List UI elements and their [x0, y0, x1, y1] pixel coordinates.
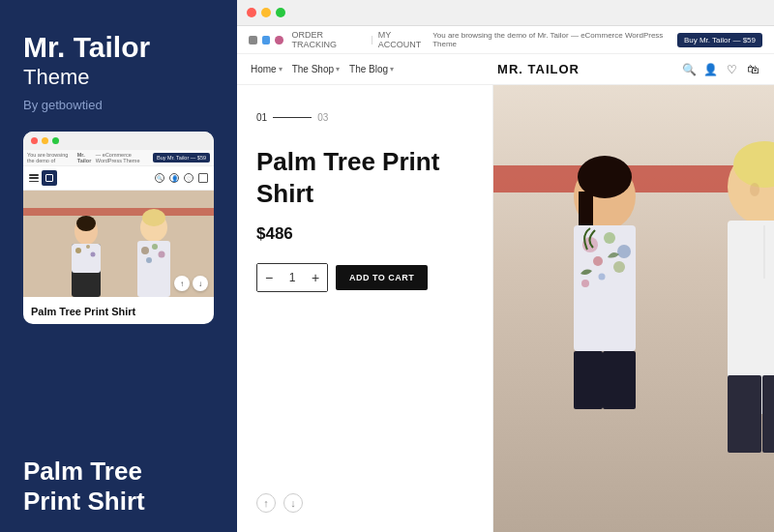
my-account-link[interactable]: MY ACCOUNT [378, 30, 433, 49]
notice-buy-button[interactable]: Buy Mr. Tailor — $59 [677, 33, 762, 47]
mini-browser-chrome [23, 132, 214, 150]
brand-by: By getbowtied [23, 98, 214, 112]
fashion-photo [493, 85, 774, 532]
svg-point-3 [76, 216, 96, 231]
mini-nav-icons: 🔍 👤 ♡ [155, 173, 208, 183]
dot-red [247, 8, 256, 17]
next-arrow[interactable]: ↓ [283, 493, 303, 513]
left-product-title: Palm Tree Print Shirt [23, 457, 214, 517]
svg-rect-26 [603, 351, 636, 409]
mini-search-icon[interactable]: 🔍 [155, 173, 164, 183]
content-area: 01 03 Palm Tree Print Shirt $486 − 1 + A… [237, 85, 774, 532]
mini-wishlist-icon[interactable]: ♡ [184, 173, 194, 183]
left-bottom-text: Palm Tree Print Shirt [0, 441, 237, 532]
dot-green [276, 8, 285, 17]
order-tracking-link[interactable]: ORDER TRACKING [292, 30, 367, 49]
blog-chevron: ▾ [390, 65, 394, 74]
instagram-icon[interactable] [275, 36, 283, 44]
mini-notice-bar: You are browsing the demo of Mr. Tailor … [23, 150, 214, 166]
mini-browser-card: You are browsing the demo of Mr. Tailor … [23, 132, 214, 324]
svg-point-15 [146, 257, 152, 263]
cart-row: − 1 + ADD TO CART [256, 263, 473, 292]
svg-rect-33 [762, 375, 774, 453]
brand-subtitle: Theme [23, 65, 214, 90]
svg-rect-25 [574, 351, 603, 409]
left-panel: Mr. Tailor Theme By getbowtied You are b… [0, 0, 237, 532]
wishlist-icon[interactable]: ♡ [726, 63, 739, 76]
nav-blog[interactable]: The Blog ▾ [349, 64, 394, 74]
svg-point-12 [141, 247, 149, 254]
product-photo-section [493, 85, 774, 532]
mini-dot-green [52, 137, 59, 144]
qty-minus-button[interactable]: − [257, 264, 281, 291]
nav-home[interactable]: Home ▾ [251, 64, 283, 74]
quantity-control: − 1 + [256, 263, 328, 292]
mini-nav: 🔍 👤 ♡ [23, 166, 214, 191]
twitter-icon[interactable] [262, 36, 271, 44]
notice-social-icons: ORDER TRACKING | MY ACCOUNT [249, 30, 432, 49]
product-name: Palm Tree Print Shirt [256, 146, 473, 209]
add-to-cart-button[interactable]: ADD TO CART [336, 265, 428, 290]
svg-point-8 [91, 252, 96, 257]
svg-point-7 [86, 245, 90, 249]
account-icon[interactable]: 👤 [704, 63, 718, 76]
svg-point-6 [75, 248, 81, 253]
dot-yellow [261, 8, 271, 17]
website: ORDER TRACKING | MY ACCOUNT You are brow… [237, 26, 774, 532]
mini-product-info: Palm Tree Print Shirt [23, 297, 214, 324]
brand-name: Mr. Tailor [23, 31, 214, 63]
mini-notice-text: You are browsing the demo of [27, 152, 74, 163]
svg-rect-5 [72, 244, 101, 273]
main-nav: Home ▾ The Shop ▾ The Blog ▾ MR. TAILOR … [237, 54, 774, 85]
mini-scroll-up[interactable]: ↑ [174, 276, 190, 291]
home-chevron: ▾ [279, 65, 283, 74]
notice-bar: ORDER TRACKING | MY ACCOUNT You are brow… [237, 26, 774, 54]
page-line [273, 117, 312, 118]
mini-logo-box [42, 170, 57, 186]
notice-center-text: You are browsing the demo of Mr. Tailor … [432, 31, 677, 48]
browser-chrome [237, 0, 774, 26]
product-price: $486 [256, 224, 473, 244]
svg-point-23 [593, 256, 603, 266]
mini-scroll-buttons: ↑ ↓ [174, 276, 208, 291]
mini-nav-left [29, 170, 57, 186]
mini-account-icon[interactable]: 👤 [169, 173, 179, 183]
prev-arrow[interactable]: ↑ [256, 493, 276, 513]
svg-point-24 [613, 261, 625, 273]
svg-point-34 [581, 280, 589, 287]
svg-point-21 [604, 232, 615, 244]
search-icon[interactable]: 🔍 [683, 63, 697, 76]
mini-scroll-down[interactable]: ↓ [193, 276, 208, 291]
mini-buy-button[interactable]: Buy Mr. Tailor — $59 [153, 153, 210, 163]
qty-plus-button[interactable]: + [304, 264, 327, 291]
shop-chevron: ▾ [336, 65, 340, 74]
product-section: 01 03 Palm Tree Print Shirt $486 − 1 + A… [237, 85, 493, 532]
nav-right-icons: 🔍 👤 ♡ 🛍 [683, 63, 760, 76]
svg-rect-1 [23, 208, 214, 216]
mini-logo-inner [45, 174, 53, 182]
svg-rect-32 [728, 375, 761, 453]
svg-point-10 [142, 209, 165, 226]
nav-logo: MR. TAILOR [497, 62, 580, 76]
svg-point-29 [750, 183, 759, 196]
qty-value: 1 [281, 271, 304, 284]
svg-point-14 [159, 251, 165, 258]
arrow-navigation: ↑ ↓ [256, 493, 473, 513]
mini-hamburger-icon[interactable] [29, 174, 39, 182]
svg-point-13 [152, 244, 158, 250]
nav-left: Home ▾ The Shop ▾ The Blog ▾ [251, 64, 394, 74]
page-total: 03 [317, 112, 328, 123]
svg-point-35 [599, 274, 606, 281]
pagination-row: 01 03 [256, 112, 473, 123]
mini-dot-yellow [42, 137, 48, 144]
facebook-icon[interactable] [249, 36, 257, 44]
cart-icon[interactable]: 🛍 [747, 63, 760, 76]
svg-point-22 [617, 245, 631, 258]
right-panel: ORDER TRACKING | MY ACCOUNT You are brow… [237, 0, 774, 532]
mini-cart-icon[interactable] [198, 173, 208, 183]
mini-notice-brand: Mr. Tailor [77, 152, 93, 163]
nav-shop[interactable]: The Shop ▾ [292, 64, 340, 74]
mini-dot-red [31, 137, 38, 144]
mini-product-image: ↑ ↓ [23, 191, 214, 297]
page-current: 01 [256, 112, 267, 123]
